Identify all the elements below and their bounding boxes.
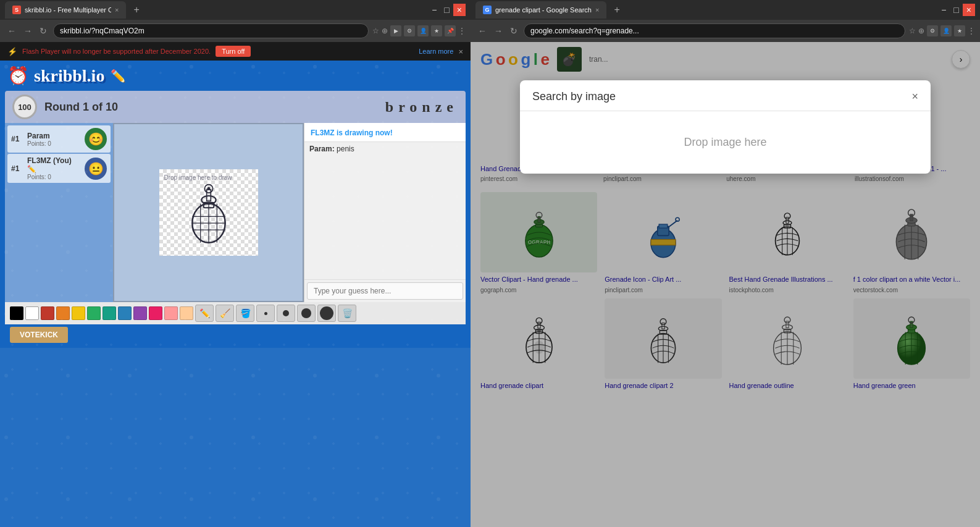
right-nav-buttons: ← → ↻ [475, 25, 520, 37]
dot-size-large-button[interactable] [297, 305, 316, 322]
color-yellow[interactable] [72, 306, 85, 320]
color-purple[interactable] [133, 306, 147, 320]
left-tab-bar: S skribbl.io - Free Multiplayer On... × … [0, 0, 471, 20]
right-menu-button[interactable]: ⋮ [968, 27, 975, 35]
canvas-area[interactable]: Drop image here to draw [113, 123, 304, 302]
flash-warning-bar: ⚡ Flash Player will no longer be support… [0, 42, 471, 61]
right-bookmark-icon[interactable]: ☆ [909, 27, 916, 35]
color-black[interactable] [10, 306, 23, 320]
player-row: #1 Param Points: 0 😊 [7, 125, 111, 153]
left-bookmark-icon[interactable]: ☆ [372, 27, 379, 35]
chat-message-1: Param: penis [309, 145, 461, 153]
flash-text: Flash Player will no longer be supported… [22, 48, 211, 55]
flash-icon: ⚡ [7, 47, 17, 56]
left-refresh-button[interactable]: ↻ [37, 25, 49, 37]
left-address-bar: ← → ↻ ☆ ⊕ ▶ ⚙ 👤 ★ 📌 ⋮ [0, 20, 471, 42]
left-minimize-button[interactable]: − [428, 4, 440, 16]
round-label: Round 1 of 10 [44, 101, 378, 114]
right-url-input[interactable] [524, 23, 905, 38]
left-menu-button[interactable]: ⋮ [458, 27, 466, 35]
left-ext-3: 👤 [417, 25, 429, 36]
player-2-avatar: 😐 [85, 158, 107, 180]
skribbl-logo: ⏰ skribbl.io ✏️ [0, 61, 471, 91]
fill-tool-button[interactable]: 🪣 [236, 305, 254, 322]
flash-turn-off-button[interactable]: Turn off [216, 46, 251, 57]
left-ext-5: 📌 [445, 25, 456, 36]
color-blue[interactable] [118, 306, 132, 320]
right-address-bar: ← → ↻ ☆ ⊕ ⚙ 👤 ★ ⋮ [471, 20, 980, 42]
votekick-button[interactable]: VOTEKICK [10, 327, 68, 343]
chat-sender: Param: [309, 145, 335, 153]
left-extensions-icon[interactable]: ⊕ [382, 27, 388, 35]
dot-size-medium-button[interactable] [277, 305, 295, 322]
color-peach[interactable] [180, 306, 193, 320]
left-back-button[interactable]: ← [5, 25, 19, 37]
left-maximize-button[interactable]: □ [440, 4, 453, 16]
color-orange[interactable] [56, 306, 70, 320]
color-teal[interactable] [103, 306, 116, 320]
right-tab-bar: G grenade clipart - Google Search × + − … [471, 0, 980, 20]
left-window-controls: − □ × [428, 4, 466, 16]
flash-learn-more-link[interactable]: Learn more [419, 48, 453, 55]
right-maximize-button[interactable]: □ [950, 4, 962, 16]
right-tab-favicon: G [483, 6, 492, 14]
right-close-button[interactable]: × [963, 4, 975, 16]
left-tab-favicon: S [12, 6, 21, 14]
player-2-info: FL3MZ (You) ✏️ Points: 0 [27, 156, 81, 180]
right-back-button[interactable]: ← [475, 25, 489, 37]
left-tab-close-icon[interactable]: × [115, 6, 119, 14]
right-refresh-button[interactable]: ↻ [508, 25, 520, 37]
logo-text: skribbl.io [34, 66, 104, 86]
left-forward-button[interactable]: → [21, 25, 35, 37]
right-address-icons: ☆ ⊕ ⚙ 👤 ★ ⋮ [909, 25, 975, 36]
right-active-tab[interactable]: G grenade clipart - Google Search × [475, 1, 606, 19]
players-panel: #1 Param Points: 0 😊 #1 FL3MZ (You) ✏️ P… [5, 123, 113, 302]
right-forward-button[interactable]: → [492, 25, 505, 37]
color-pink[interactable] [149, 306, 162, 320]
chat-input-area [304, 279, 466, 302]
chat-messages: Param: penis [304, 142, 466, 279]
right-new-tab-button[interactable]: + [609, 3, 624, 17]
eraser-tool-button[interactable]: 🧹 [216, 305, 234, 322]
left-ext-1: ▶ [390, 25, 401, 36]
left-ext-2: ⚙ [404, 25, 415, 36]
color-light-pink[interactable] [164, 306, 178, 320]
search-modal-overlay: Search by image × Drop image here [471, 42, 980, 527]
right-tab-close-icon[interactable]: × [595, 6, 599, 14]
trash-tool-button[interactable]: 🗑️ [338, 305, 356, 322]
modal-close-button[interactable]: × [911, 90, 918, 103]
right-extensions-icon[interactable]: ⊕ [918, 27, 924, 35]
left-bottom-spacer [0, 348, 471, 527]
logo-alarm-icon: ⏰ [7, 65, 29, 86]
pencil-tool-button[interactable]: ✏️ [195, 305, 214, 322]
left-new-tab-button[interactable]: + [128, 3, 144, 17]
right-tab-label: grenade clipart - Google Search [495, 6, 592, 14]
drawing-notice-text: FL3MZ is drawing now! [311, 129, 393, 137]
player-1-rank: #1 [11, 135, 23, 143]
dot-size-small-button[interactable] [256, 305, 275, 322]
right-minimize-button[interactable]: − [937, 4, 950, 16]
drawer-name: FL3MZ is drawing now! [311, 129, 393, 137]
player-1-avatar: 😊 [85, 128, 107, 150]
color-green[interactable] [87, 306, 101, 320]
color-red[interactable] [41, 306, 54, 320]
left-browser-chrome: S skribbl.io - Free Multiplayer On... × … [0, 0, 471, 61]
left-url-input[interactable] [53, 23, 369, 38]
google-page: G o o g l e 💣 tran... › [471, 42, 980, 527]
chat-input[interactable] [307, 282, 463, 300]
left-address-icons: ☆ ⊕ ▶ ⚙ 👤 ★ 📌 ⋮ [372, 25, 466, 36]
left-tab-label: skribbl.io - Free Multiplayer On... [25, 6, 111, 14]
color-white[interactable] [25, 306, 39, 320]
canvas-inner: Drop image here to draw [159, 169, 258, 256]
svg-point-11 [207, 187, 210, 190]
flash-dismiss-button[interactable]: × [458, 47, 463, 56]
drop-image-text: Drop image here [684, 136, 766, 149]
left-close-button[interactable]: × [453, 4, 466, 16]
left-active-tab[interactable]: S skribbl.io - Free Multiplayer On... × [5, 1, 126, 19]
modal-title: Search by image [532, 90, 616, 103]
player-2-points: Points: 0 [27, 174, 81, 180]
game-content: #1 Param Points: 0 😊 #1 FL3MZ (You) ✏️ P… [5, 123, 466, 302]
modal-body: Drop image here [520, 111, 931, 174]
dot-size-xlarge-button[interactable] [317, 305, 336, 322]
search-modal: Search by image × Drop image here [520, 80, 931, 174]
